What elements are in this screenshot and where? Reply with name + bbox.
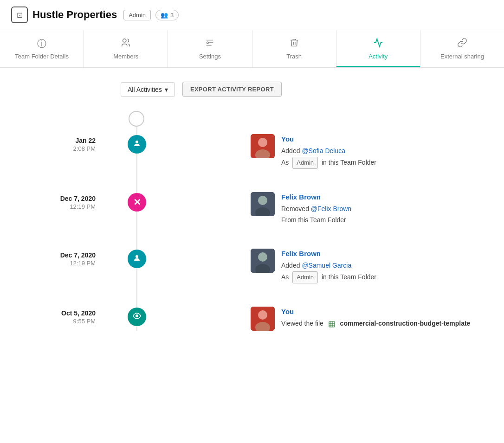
activity-date-2: Dec 7, 2020 12:19 PM (19, 192, 116, 210)
activity-node-2: ✕ (128, 193, 146, 212)
svg-rect-20 (329, 321, 335, 327)
activity-text-2: Removed @Felix Brown (281, 204, 351, 215)
tab-external-sharing-label: External sharing (440, 53, 484, 60)
app-header: ⊡ Hustle Properties Admin 👥 3 (0, 0, 504, 30)
tab-external-sharing[interactable]: External sharing (420, 30, 504, 67)
activity-icon (373, 38, 383, 50)
tab-members-label: Members (113, 53, 138, 60)
activity-actor-1: You (281, 135, 376, 143)
tab-settings[interactable]: Settings (168, 30, 252, 67)
activity-node-1 (128, 135, 146, 154)
settings-icon (205, 38, 215, 50)
members-icon: 👥 (161, 12, 168, 19)
nav-tabs: ⓘ Team Folder Details Members Settings (0, 30, 504, 68)
timeline-item-4: Oct 5, 2020 9:55 PM (19, 307, 485, 331)
activity-info-2: Felix Brown Removed @Felix Brown From th… (281, 192, 351, 226)
svg-point-18 (258, 310, 267, 320)
avatar-you-1 (251, 134, 275, 158)
activity-actor-2: Felix Brown (281, 193, 351, 201)
svg-point-4 (207, 42, 209, 44)
chevron-down-icon: ▾ (165, 86, 168, 93)
activity-mention-3: @Samuel Garcia (302, 262, 351, 269)
svg-point-5 (136, 141, 138, 143)
activity-info-1: You Added @Sofia Deluca As Admin in this… (281, 134, 376, 169)
activity-role-line-1: As Admin in this Team Folder (281, 157, 376, 169)
members-badge: 👥 3 (155, 10, 179, 20)
filter-dropdown[interactable]: All Activities ▾ (121, 82, 175, 97)
activity-content-2: Felix Brown Removed @Felix Brown From th… (251, 192, 351, 226)
filter-label: All Activities (128, 86, 162, 93)
info-icon: ⓘ (37, 38, 46, 50)
activity-node-4 (128, 308, 146, 326)
app-logo: ⊡ (11, 6, 28, 23)
tab-trash[interactable]: Trash (252, 30, 336, 67)
activity-node-3 (128, 250, 146, 268)
activity-text-4: Viewed the file commercial-construction-… (281, 318, 470, 329)
activity-role-line-3: As Admin in this Team Folder (281, 271, 376, 283)
app-title: Hustle Properties (32, 9, 117, 21)
activity-mention-1: @Sofia Deluca (302, 147, 345, 154)
main-content: All Activities ▾ EXPORT ACTIVITY REPORT … (0, 68, 504, 368)
external-sharing-icon (457, 38, 467, 50)
close-icon: ✕ (133, 197, 141, 208)
tab-members[interactable]: Members (84, 30, 168, 67)
timeline-item-3: Dec 7, 2020 12:19 PM Felix Brown (19, 249, 485, 283)
avatar-you-2 (251, 307, 275, 331)
activity-info-3: Felix Brown Added @Samuel Garcia As Admi… (281, 249, 376, 283)
activity-content-1: You Added @Sofia Deluca As Admin in this… (251, 134, 376, 169)
tab-team-folder-details[interactable]: ⓘ Team Folder Details (0, 30, 84, 67)
activity-date: Jan 22 2:08 PM (19, 134, 116, 152)
avatar-felix-2 (251, 249, 275, 273)
activity-date-4: Oct 5, 2020 9:55 PM (19, 307, 116, 325)
members-tab-icon (121, 38, 131, 50)
members-count: 3 (170, 12, 174, 19)
activity-content-3: Felix Brown Added @Samuel Garcia As Admi… (251, 249, 376, 283)
tab-team-folder-details-label: Team Folder Details (15, 53, 69, 60)
svg-point-0 (123, 39, 126, 42)
admin-badge: Admin (123, 10, 151, 20)
user-icon (133, 139, 141, 149)
export-button[interactable]: EXPORT ACTIVITY REPORT (182, 82, 282, 97)
avatar-felix-1 (251, 192, 275, 216)
timeline-item-2: Dec 7, 2020 12:19 PM ✕ Felix Brown (19, 192, 485, 226)
tab-activity[interactable]: Activity (336, 30, 420, 67)
activity-role-line-2: From this Team Folder (281, 215, 351, 226)
role-badge-3: Admin (292, 271, 318, 283)
file-name: commercial-construction-budget-template (340, 320, 471, 327)
spreadsheet-icon (327, 320, 339, 327)
controls-row: All Activities ▾ EXPORT ACTIVITY REPORT (121, 82, 485, 97)
timeline-top-node (129, 111, 144, 127)
timeline-item: Jan 22 2:08 PM You (19, 134, 485, 169)
trash-icon (289, 38, 299, 50)
tab-activity-label: Activity (368, 53, 388, 60)
eye-icon (133, 312, 141, 322)
activity-info-4: You Viewed the file comm (281, 307, 470, 329)
activity-content-4: You Viewed the file comm (251, 307, 470, 331)
role-badge-1: Admin (292, 157, 318, 169)
tab-settings-label: Settings (199, 53, 221, 60)
activity-text-3: Added @Samuel Garcia (281, 260, 376, 271)
svg-point-16 (136, 315, 138, 317)
svg-point-14 (258, 252, 267, 262)
activity-actor-4: You (281, 308, 470, 315)
tab-trash-label: Trash (286, 53, 302, 60)
svg-point-10 (258, 196, 267, 205)
activity-actor-3: Felix Brown (281, 250, 376, 257)
svg-point-7 (258, 138, 267, 147)
activity-date-3: Dec 7, 2020 12:19 PM (19, 249, 116, 267)
user-icon-3 (133, 254, 141, 264)
activity-mention-2: @Felix Brown (311, 205, 351, 212)
svg-point-12 (136, 255, 138, 258)
timeline: Jan 22 2:08 PM You (19, 111, 485, 331)
activity-text-1: Added @Sofia Deluca (281, 146, 376, 157)
